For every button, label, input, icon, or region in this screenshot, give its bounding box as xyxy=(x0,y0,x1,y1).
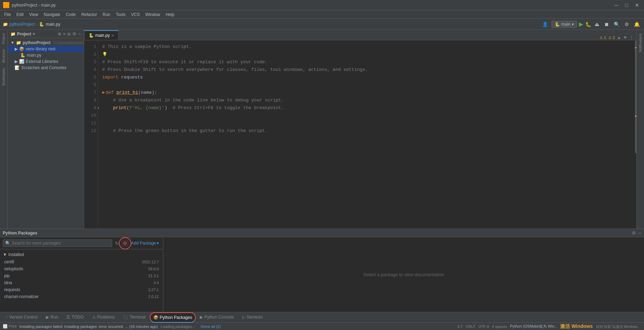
menu-refactor[interactable]: Refactor xyxy=(79,11,100,18)
bottom-tab-terminal[interactable]: ⬛ Terminal xyxy=(119,312,149,323)
add-package-button[interactable]: Add Package ▾ xyxy=(130,240,160,246)
bulb-icon[interactable]: 💡 xyxy=(102,51,107,58)
maximize-button[interactable]: □ xyxy=(623,2,630,9)
breadcrumb-file[interactable]: main.py xyxy=(46,22,60,27)
tree-item-venv[interactable]: ▶ 📦 venv library root xyxy=(8,46,84,52)
run-config-dropdown[interactable]: 🐍 main ▾ xyxy=(552,21,577,28)
panel-settings-btn[interactable]: ⚙ xyxy=(72,31,76,36)
project-panel-dropdown[interactable]: ▾ xyxy=(33,32,35,36)
panel-locate-btn[interactable]: ⊕ xyxy=(58,31,62,36)
python-console-label: Python Console xyxy=(204,315,234,320)
packages-settings-btn[interactable]: ⚙ xyxy=(122,240,129,247)
code-content[interactable]: # This is a sample Python script. 💡 # Pr… xyxy=(98,40,631,229)
package-name-requests: requests xyxy=(4,287,20,292)
bottom-tab-todo[interactable]: ☰ TODO xyxy=(62,312,88,323)
tab-close-btn[interactable]: ✕ xyxy=(111,34,114,38)
code-line-12-text: # Press the green button in the gutter t… xyxy=(102,127,268,135)
menu-code[interactable]: Code xyxy=(63,11,79,18)
notifications-button[interactable]: 🔔 xyxy=(633,21,641,28)
menu-vcs[interactable]: VCS xyxy=(128,11,142,18)
services-icon: ▷ xyxy=(242,315,245,320)
package-name-pip: pip xyxy=(4,273,10,278)
problems-icon: ⚠ xyxy=(92,315,96,320)
status-indent[interactable]: 4 spaces xyxy=(492,324,507,329)
code-line-8-text: # Use a breakpoint in the code line belo… xyxy=(102,97,284,104)
add-package-label: Add Package xyxy=(131,241,156,246)
settings-button[interactable]: ⚙ xyxy=(623,21,630,28)
bottom-tab-python-console[interactable]: ▶ Python Console xyxy=(196,312,238,323)
status-interpreter[interactable]: Python (OSMabi/改为 Win... xyxy=(510,324,557,329)
coverage-button[interactable]: ⏏ xyxy=(593,21,601,28)
scrollbar-thumb[interactable] xyxy=(635,40,636,153)
warning-count-2[interactable]: ⚠ 2 xyxy=(608,35,615,40)
close-button[interactable]: ✕ xyxy=(633,2,641,9)
bottom-panel-minimize-btn[interactable]: ─ xyxy=(638,230,641,236)
statusbar-right: 3:7 CRLF UTF-8 4 spaces Python (OSMabi/改… xyxy=(457,323,641,330)
run-icon: ▶ xyxy=(46,315,49,320)
doc-placeholder-text: Select a package to view documentation xyxy=(363,272,444,277)
titlebar-title: pythonProject - main.py xyxy=(12,3,56,8)
panel-collapse-btn[interactable]: ≣ xyxy=(67,31,71,36)
notifications-tab[interactable]: Notifications xyxy=(638,31,643,54)
panel-expand-btn[interactable]: ≡ xyxy=(63,31,66,36)
status-line-ending[interactable]: CRLF xyxy=(465,324,475,329)
code-line-9: ● print(f'Hi, {name}') # Press Ctrl+F8 t… xyxy=(102,104,627,112)
code-line-2: 💡 xyxy=(102,51,627,58)
menu-run[interactable]: Run xyxy=(100,11,113,18)
bottom-tab-problems[interactable]: ⚠ Problems xyxy=(88,312,119,323)
package-row-idna[interactable]: idna 3.4 xyxy=(0,279,163,286)
line-num-1: 1 xyxy=(85,43,96,51)
menu-navigate[interactable]: Navigate xyxy=(41,11,63,18)
sidebar-item-bookmarks[interactable]: Bookmarks xyxy=(1,66,6,88)
breadcrumb-folder-icon: 📁 xyxy=(3,22,8,27)
menu-view[interactable]: View xyxy=(26,11,41,18)
loading-status: Loading packages... xyxy=(161,324,195,329)
package-row-charset-normalizer[interactable]: charset-normalizer 2.0.12 xyxy=(0,293,163,300)
editor-tab-main-py[interactable]: 🐍 main.py ✕ xyxy=(84,30,119,40)
debug-button[interactable]: 🐛 xyxy=(585,22,591,27)
code-func-name: print_hi xyxy=(116,89,138,97)
status-position[interactable]: 3:7 xyxy=(457,324,463,329)
minimize-button[interactable]: ─ xyxy=(613,2,620,9)
bottom-tab-python-packages[interactable]: 📦 Python Packages xyxy=(150,312,196,323)
scroll-down-btn[interactable]: ▼ xyxy=(623,35,627,40)
sidebar-item-structure[interactable]: Structure xyxy=(1,47,6,65)
package-row-setuptools[interactable]: setuptools 59.6.0 xyxy=(0,265,163,272)
bottom-panel-settings-btn[interactable]: ⚙ xyxy=(632,230,636,236)
menu-tools[interactable]: Tools xyxy=(113,11,128,18)
code-import-kw: import xyxy=(102,74,121,81)
menu-file[interactable]: File xyxy=(1,11,14,18)
bottom-tab-version-control[interactable]: ↑ Version Control xyxy=(1,312,42,323)
run-button[interactable]: ▶ xyxy=(579,21,583,27)
scroll-gutter xyxy=(631,40,636,229)
search-everywhere-button[interactable]: 🔍 xyxy=(612,21,621,28)
menu-edit[interactable]: Edit xyxy=(14,11,26,18)
user-icon[interactable]: 👤 xyxy=(541,21,549,28)
bottom-tab-services[interactable]: ▷ Services xyxy=(238,312,267,323)
sidebar-item-project[interactable]: Project xyxy=(1,31,6,46)
package-row-requests[interactable]: requests 2.27.1 xyxy=(0,286,163,293)
scroll-up-btn[interactable]: ▲ xyxy=(617,35,621,40)
search-input[interactable] xyxy=(12,241,110,246)
stop-button[interactable]: ⏹ xyxy=(603,21,610,28)
tree-item-project-root[interactable]: ▼ 📁 pythonProject C:\Users\Administrator… xyxy=(8,40,84,46)
doc-panel: Select a package to view documentation xyxy=(163,237,644,312)
tree-item-external-libs[interactable]: ▶ 📊 External Libraries xyxy=(8,58,84,65)
package-row-pip[interactable]: pip 21.3.1 xyxy=(0,272,163,279)
show-all-link[interactable]: Show all (2) xyxy=(201,324,221,329)
navbar-right: 👤 🐍 main ▾ ▶ 🐛 ⏏ ⏹ 🔍 ⚙ 🔔 xyxy=(541,21,641,28)
menu-window[interactable]: Window xyxy=(142,11,163,18)
tree-item-main-py[interactable]: 🐍 main.py xyxy=(8,52,84,58)
menu-help[interactable]: Help xyxy=(163,11,177,18)
editor-options-btn[interactable]: ⋮ xyxy=(629,35,634,40)
panel-close-btn[interactable]: ─ xyxy=(78,31,81,36)
breadcrumb-project[interactable]: pythonProject xyxy=(9,22,35,27)
refresh-btn[interactable]: ↻ xyxy=(114,240,120,247)
bottom-tab-run[interactable]: ▶ Run xyxy=(42,312,62,323)
packages-section-header[interactable]: ▼ Installed xyxy=(0,251,163,258)
package-row-certifi[interactable]: certifi 2022.12.7 xyxy=(0,258,163,265)
tree-item-scratches[interactable]: 📝 Scratches and Consoles xyxy=(8,65,84,71)
breadcrumb-separator: › xyxy=(36,22,38,27)
search-box: 🔍 xyxy=(3,239,112,247)
warning-count-1[interactable]: ⚠ 1 xyxy=(600,35,606,40)
